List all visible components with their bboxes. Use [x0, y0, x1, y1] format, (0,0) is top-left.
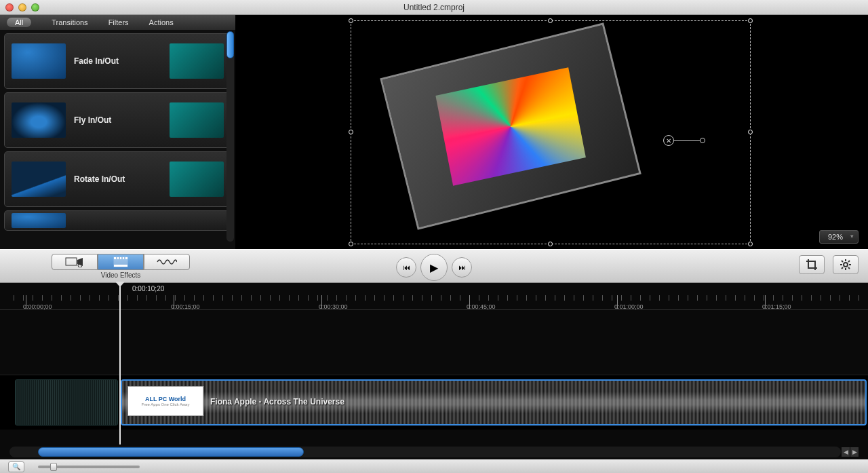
panel-mode-label: Video Effects — [52, 271, 190, 279]
main-toolbar: Video Effects ⏮ ▶ ⏭ — [0, 249, 868, 283]
minimize-window-button[interactable] — [18, 3, 26, 12]
resize-handle-e[interactable] — [748, 130, 753, 134]
watermark-subtitle: Free Apps One Click Away — [142, 402, 190, 406]
ruler-label: 0:00:45;00 — [467, 303, 496, 310]
effect-thumb-end — [170, 102, 224, 138]
svg-line-14 — [842, 261, 843, 262]
canvas-selection-frame[interactable]: ✕ — [351, 20, 751, 244]
audio-effects-button[interactable] — [144, 254, 190, 270]
effect-fly[interactable]: Fly In/Out — [4, 92, 231, 148]
timeline-hscroll-arrows: ◀ ▶ — [842, 447, 859, 457]
audio-clip-title: Fiona Apple - Across The Universe — [210, 397, 344, 406]
effect-thumb-start — [12, 43, 66, 79]
hscroll-left-button[interactable]: ◀ — [842, 447, 850, 457]
svg-line-16 — [842, 267, 843, 269]
timeline[interactable]: 0:00:10;20 0:00:00;000:00:15;000:00:30;0… — [0, 283, 868, 459]
effects-panel: All Transitions Filters Actions Fade In/… — [0, 15, 235, 249]
video-track-1[interactable] — [0, 310, 868, 375]
resize-handle-se[interactable] — [748, 242, 753, 246]
svg-rect-0 — [66, 258, 77, 265]
ruler-label: 0:00:30;00 — [319, 303, 348, 310]
film-icon — [113, 257, 129, 267]
effect-label: Fade In/Out — [74, 56, 161, 66]
effect-thumb-start — [12, 102, 66, 138]
effect-thumb-start — [12, 213, 66, 228]
crop-icon — [806, 259, 818, 271]
timeline-zoom-knob[interactable] — [50, 463, 57, 471]
skip-forward-icon: ⏭ — [458, 263, 466, 271]
timeline-hscroll-thumb[interactable] — [38, 447, 304, 457]
rotation-arm — [674, 140, 700, 141]
timeline-ruler[interactable]: 0:00:00;000:00:15;000:00:30;000:00:45;00… — [0, 283, 868, 310]
resize-handle-ne[interactable] — [748, 18, 753, 23]
settings-button[interactable] — [833, 255, 859, 274]
svg-line-17 — [848, 261, 850, 262]
audio-clip-leading[interactable] — [15, 379, 118, 425]
ruler-label: 0:01:00;00 — [614, 303, 644, 310]
hscroll-right-button[interactable]: ▶ — [850, 447, 859, 457]
resize-handle-w[interactable] — [349, 130, 353, 134]
toolbar-right-group — [799, 255, 859, 274]
effect-rotate[interactable]: Rotate In/Out — [4, 151, 231, 207]
preview-canvas-area[interactable]: ✕ 92% — [235, 15, 868, 249]
effects-scrollbar-track[interactable] — [226, 31, 234, 242]
magnifier-icon: 🔍 — [12, 463, 20, 470]
skip-back-icon: ⏮ — [403, 263, 410, 271]
effects-scrollbar-thumb[interactable] — [226, 31, 234, 58]
effect-thumb-end — [170, 162, 224, 197]
panel-mode-switcher — [52, 254, 190, 270]
canvas-zoom-dropdown[interactable]: 92% — [819, 230, 859, 244]
gear-icon — [840, 259, 852, 271]
timeline-zoom-button[interactable]: 🔍 — [8, 461, 24, 472]
effects-list[interactable]: Fade In/Out Fly In/Out Rotate In/Out Sli… — [0, 30, 235, 249]
window-titlebar: Untitled 2.cmproj — [0, 0, 868, 15]
effect-slide[interactable]: Slide In/Out — [4, 210, 231, 231]
tab-all[interactable]: All — [7, 18, 31, 27]
video-effects-button[interactable] — [98, 254, 144, 270]
crop-button[interactable] — [799, 255, 825, 274]
resize-handle-nw[interactable] — [349, 18, 353, 23]
transport-controls: ⏮ ▶ ⏭ — [396, 254, 472, 281]
rotation-handle[interactable]: ✕ — [663, 135, 705, 146]
next-frame-button[interactable]: ⏭ — [452, 257, 472, 278]
resize-handle-n[interactable] — [548, 18, 553, 23]
tab-transitions[interactable]: Transitions — [52, 18, 87, 26]
tab-filters[interactable]: Filters — [108, 18, 129, 26]
resize-handle-sw[interactable] — [349, 242, 353, 246]
waveform-icon — [157, 257, 177, 267]
canvas-media-object[interactable] — [380, 22, 642, 229]
watermark-overlay: ALL PC World Free Apps One Click Away — [127, 386, 203, 416]
play-button[interactable]: ▶ — [420, 254, 448, 281]
effect-label: Rotate In/Out — [74, 174, 161, 184]
prev-frame-button[interactable]: ⏮ — [396, 257, 416, 278]
top-area: All Transitions Filters Actions Fade In/… — [0, 15, 868, 249]
ruler-label: 0:00:00;00 — [23, 303, 52, 310]
svg-rect-4 — [114, 265, 127, 267]
media-icon — [65, 257, 84, 267]
effects-category-tabs: All Transitions Filters Actions — [0, 15, 235, 30]
tab-actions[interactable]: Actions — [149, 18, 174, 26]
canvas-zoom-value: 92% — [828, 233, 843, 241]
window-title: Untitled 2.cmproj — [403, 3, 465, 12]
close-window-button[interactable] — [5, 3, 14, 12]
effect-thumb-start — [12, 162, 66, 197]
rotation-grip[interactable] — [700, 138, 705, 143]
effect-label: Fly In/Out — [74, 115, 161, 125]
audio-clip-main[interactable]: ALL PC World Free Apps One Click Away Fi… — [121, 379, 867, 425]
playhead[interactable] — [119, 283, 121, 444]
svg-line-15 — [848, 267, 850, 269]
timeline-zoom-slider[interactable] — [38, 466, 140, 468]
watermark-title: ALL PC World — [145, 396, 186, 402]
rotation-anchor-icon[interactable]: ✕ — [663, 135, 674, 146]
ruler-label: 0:01:15;00 — [762, 303, 791, 310]
effect-thumb-end — [170, 43, 224, 79]
resize-handle-s[interactable] — [548, 242, 553, 246]
effect-fade[interactable]: Fade In/Out — [4, 33, 231, 89]
zoom-window-button[interactable] — [31, 3, 39, 12]
media-artwork — [435, 67, 586, 185]
audio-track-1[interactable]: ALL PC World Free Apps One Click Away Fi… — [0, 375, 868, 430]
svg-point-9 — [844, 263, 848, 267]
media-bin-button[interactable] — [52, 254, 98, 270]
play-icon: ▶ — [430, 261, 438, 274]
ruler-label: 0:00:15;00 — [171, 303, 200, 310]
